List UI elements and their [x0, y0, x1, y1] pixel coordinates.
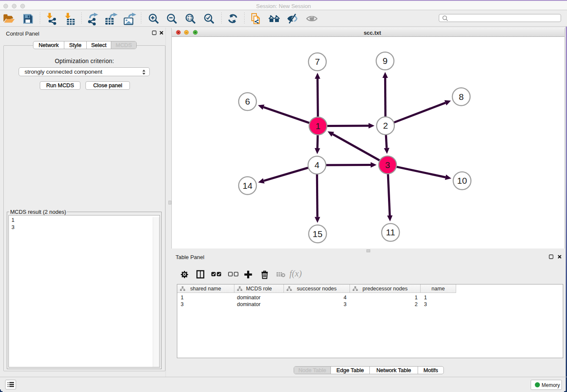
svg-text:11: 11 [386, 227, 395, 237]
svg-text:6: 6 [245, 97, 250, 106]
svg-text:15: 15 [313, 229, 322, 239]
svg-text:8: 8 [459, 92, 464, 102]
svg-text:4: 4 [314, 160, 319, 170]
svg-text:7: 7 [315, 57, 320, 66]
svg-text:2: 2 [383, 121, 388, 130]
svg-text:14: 14 [242, 181, 253, 190]
svg-text:3: 3 [385, 160, 390, 170]
svg-text:9: 9 [383, 56, 388, 66]
svg-text:10: 10 [457, 176, 467, 185]
svg-text:1: 1 [316, 121, 321, 131]
